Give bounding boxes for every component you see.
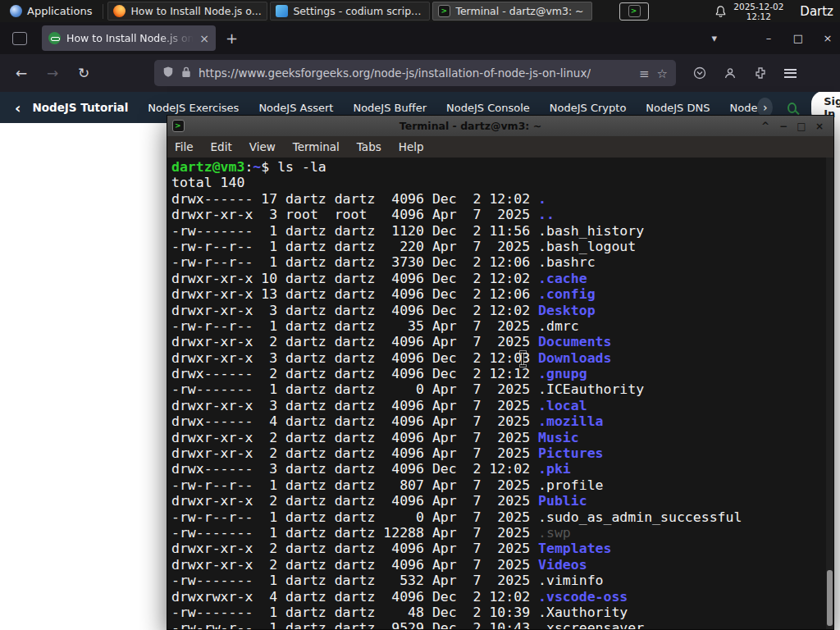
site-nav-item[interactable]: NodeJS DNS: [646, 102, 710, 114]
terminal-icon: [438, 5, 450, 17]
terminal-line: drwxr-xr-x 2 dartz dartz 4096 Apr 7 2025…: [171, 557, 824, 573]
site-nav-item[interactable]: NodeJS Buffer: [353, 102, 427, 114]
terminal-menu-tabs[interactable]: Tabs: [357, 140, 381, 153]
menu-hamburger-icon[interactable]: [784, 69, 797, 78]
terminal-menu-edit[interactable]: Edit: [211, 140, 232, 153]
file-name: .gnupg: [538, 366, 587, 381]
file-name: .dmrc: [538, 318, 579, 334]
taskbar-window-label: Terminal - dartz@vm3: ~: [455, 5, 583, 17]
account-icon[interactable]: [724, 66, 737, 80]
terminal-line: -rw-r--r-- 1 dartz dartz 0 Apr 7 2025 .s…: [171, 509, 824, 525]
site-nav-item[interactable]: NodeJS Tutorial: [32, 101, 128, 114]
terminal-menu-help[interactable]: Help: [399, 140, 424, 153]
prompt-user-host: dartz@vm3: [171, 159, 244, 175]
file-name: .config: [538, 286, 596, 302]
file-name: .bash_history: [538, 223, 644, 239]
terminal-menu-terminal[interactable]: Terminal: [293, 140, 340, 153]
url-bar[interactable]: https://www.geeksforgeeks.org/node-js/in…: [154, 60, 676, 86]
user-menu[interactable]: Dartz: [800, 4, 833, 19]
terminal-minimize-button[interactable]: −: [774, 121, 792, 132]
search-icon[interactable]: [788, 103, 797, 113]
tab-title: How to Install Node.js on: [66, 32, 194, 44]
pocket-icon[interactable]: [693, 66, 706, 80]
reload-button[interactable]: ↻: [74, 65, 94, 81]
terminal-line: drwxr-xr-x 2 dartz dartz 4096 Apr 7 2025…: [171, 445, 824, 461]
terminal-line: drwx------ 4 dartz dartz 4096 Apr 7 2025…: [171, 413, 824, 429]
file-name: .pki: [538, 461, 571, 477]
terminal-line: drwx------ 2 dartz dartz 4096 Dec 2 12:1…: [171, 366, 824, 381]
extensions-icon[interactable]: [754, 66, 767, 80]
taskbar-window-button-3[interactable]: Terminal - dartz@vm3: ~: [432, 2, 592, 21]
terminal-menu-view[interactable]: View: [249, 140, 276, 153]
terminal-titlebar[interactable]: Terminal - dartz@vm3: ~ ^ − □ ×: [167, 116, 833, 136]
terminal-line: drwx------ 3 dartz dartz 4096 Dec 2 12:0…: [171, 461, 824, 477]
tracking-shield-icon[interactable]: [162, 66, 174, 81]
window-maximize-button[interactable]: □: [786, 32, 810, 44]
site-nav-items: NodeJS TutorialNodeJS ExercisesNodeJS As…: [32, 101, 757, 114]
file-name: .vscode-oss: [538, 589, 628, 605]
terminal-scrollbar[interactable]: [826, 158, 833, 629]
terminal-line: -rw-r--r-- 1 dartz dartz 3730 Dec 2 12:0…: [171, 254, 824, 270]
file-name: .: [538, 191, 546, 207]
site-nav-item[interactable]: NodeJS Assert: [258, 102, 333, 114]
tray-terminal-icon[interactable]: [619, 2, 649, 21]
site-nav-item[interactable]: NodeJS Console: [446, 102, 530, 114]
terminal-menubar: FileEditViewTerminalTabsHelp: [167, 136, 833, 158]
file-name: Downloads: [538, 350, 611, 366]
prompt-command: $ ls -la: [261, 159, 326, 175]
file-name: .swp: [538, 525, 571, 541]
bookmark-star-icon[interactable]: [657, 66, 668, 81]
terminal-line: -rw-rw-r-- 1 dartz dartz 9529 Dec 2 10:4…: [171, 620, 824, 629]
firefox-view-icon[interactable]: [12, 32, 27, 45]
site-nav-item[interactable]: NodeJS Crypto: [550, 102, 627, 114]
terminal-body[interactable]: dartz@vm3:~$ ls -latotal 140drwx------ 1…: [167, 158, 833, 629]
applications-menu-button[interactable]: Applications: [3, 0, 98, 22]
terminal-close-button[interactable]: ×: [810, 121, 829, 132]
terminal-line: drwxr-xr-x 3 root root 4096 Apr 7 2025 .…: [171, 207, 824, 222]
site-nav-item[interactable]: NodeJS Exercises: [148, 102, 239, 114]
browser-toolbar: ← → ↻ https://www.geeksforgeeks.org/node…: [0, 54, 840, 92]
reader-mode-icon[interactable]: [639, 66, 650, 81]
notifications-bell-icon[interactable]: [714, 5, 727, 18]
taskbar-window-label: How to Install Node.js o...: [130, 5, 261, 17]
terminal-prompt-line: dartz@vm3:~$ ls -la: [171, 159, 824, 175]
file-name: .profile: [538, 477, 603, 493]
window-minimize-button[interactable]: –: [756, 32, 781, 44]
file-name: .viminfo: [538, 573, 603, 588]
terminal-icon: [172, 120, 185, 132]
terminal-line: drwxr-xr-x 13 dartz dartz 4096 Dec 2 12:…: [171, 286, 824, 302]
taskbar-window-button-2[interactable]: Settings - codium script...: [270, 2, 430, 21]
browser-tab[interactable]: How to Install Node.js on ×: [42, 25, 216, 51]
forward-button[interactable]: →: [43, 65, 62, 81]
terminal-output: dartz@vm3:~$ ls -latotal 140drwx------ 1…: [171, 159, 824, 629]
terminal-maximize-button[interactable]: □: [792, 121, 810, 132]
file-name: .Xauthority: [538, 605, 628, 620]
window-close-button[interactable]: ×: [815, 32, 840, 44]
terminal-line: drwxr-xr-x 3 dartz dartz 4096 Dec 2 12:0…: [171, 303, 824, 318]
taskbar-window-button-1[interactable]: How to Install Node.js o...: [107, 2, 267, 21]
terminal-menu-file[interactable]: File: [175, 140, 194, 153]
file-name: .bash_logout: [538, 239, 636, 254]
terminal-line: total 140: [171, 175, 824, 190]
tab-close-icon[interactable]: ×: [199, 32, 209, 45]
terminal-scrollbar-thumb[interactable]: [827, 570, 833, 626]
clock[interactable]: 2025-12-02 12:12: [733, 2, 783, 21]
terminal-line: -rw------- 1 dartz dartz 0 Apr 7 2025 .I…: [171, 381, 824, 397]
site-nav-item[interactable]: Node: [730, 102, 758, 114]
list-all-tabs-icon[interactable]: ▾: [711, 32, 717, 44]
prompt-path: ~: [253, 159, 261, 175]
nav-scroll-left-icon[interactable]: ‹: [15, 99, 21, 116]
tab-favicon-icon: [48, 32, 61, 44]
lock-icon[interactable]: [181, 66, 191, 81]
file-name: Music: [538, 430, 579, 445]
terminal-line: -rw------- 1 dartz dartz 48 Dec 2 10:39 …: [171, 605, 824, 620]
taskbar: Applications How to Install Node.js o...…: [0, 0, 840, 22]
terminal-shade-button[interactable]: ^: [756, 121, 774, 132]
url-text[interactable]: https://www.geeksforgeeks.org/node-js/in…: [199, 66, 591, 80]
back-button[interactable]: ←: [11, 65, 31, 81]
new-tab-button[interactable]: +: [226, 30, 238, 47]
applications-menu-label: Applications: [27, 5, 92, 17]
terminal-line: -rw-r--r-- 1 dartz dartz 220 Apr 7 2025 …: [171, 239, 824, 254]
terminal-line: -rw------- 1 dartz dartz 532 Apr 7 2025 …: [171, 573, 824, 588]
terminal-line: -rw------- 1 dartz dartz 1120 Dec 2 11:5…: [171, 223, 824, 239]
